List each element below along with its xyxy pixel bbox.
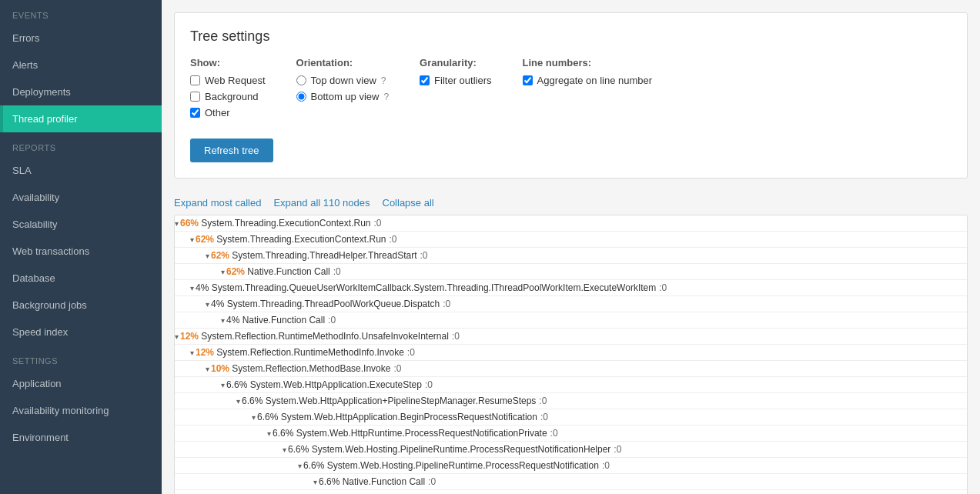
toggle-icon[interactable]: ▾ bbox=[298, 462, 302, 470]
reports-section-label: REPORTS bbox=[0, 132, 162, 157]
other-checkbox-item: Other bbox=[190, 107, 266, 118]
tree-controls: Expand most called Expand all 110 nodes … bbox=[162, 191, 980, 215]
bottom-up-help-icon[interactable]: ? bbox=[383, 92, 389, 102]
toggle-icon[interactable]: ▾ bbox=[313, 478, 317, 486]
percentage: 4% bbox=[211, 299, 224, 309]
node-count: :0 bbox=[407, 347, 415, 358]
sidebar-item-speed-index[interactable]: Speed index bbox=[0, 319, 162, 345]
sidebar-item-sla[interactable]: SLA bbox=[0, 157, 162, 184]
percentage: 62% bbox=[211, 250, 229, 261]
tree-row[interactable]: ▾ 3.1% System.Web.Hosting.PipelineRuntim… bbox=[175, 490, 967, 494]
tree-row[interactable]: ▾ 62% System.Threading.ThreadHelper.Thre… bbox=[175, 248, 967, 264]
tree-row[interactable]: ▾ 6.6% System.Web.HttpApplication+Pipeli… bbox=[175, 393, 967, 409]
percentage: 6.6% bbox=[288, 444, 309, 455]
bottom-up-radio-item: Bottom up view ? bbox=[296, 91, 390, 102]
show-label: Show: bbox=[190, 57, 266, 68]
tree-row[interactable]: ▾ 4% System.Threading.QueueUserWorkItemC… bbox=[175, 280, 967, 296]
node-count: :0 bbox=[333, 266, 341, 277]
node-count: :0 bbox=[602, 460, 610, 471]
tree-row[interactable]: ▾ 4% Native.Function Call :0 bbox=[175, 312, 967, 329]
percentage: 6.6% bbox=[303, 460, 324, 471]
toggle-icon[interactable]: ▾ bbox=[236, 397, 240, 406]
tree-settings-title: Tree settings bbox=[190, 28, 952, 45]
sidebar-item-availability-monitoring[interactable]: Availability monitoring bbox=[0, 397, 162, 424]
bottom-up-radio[interactable] bbox=[296, 92, 306, 102]
tree-row[interactable]: ▾ 66% System.Threading.ExecutionContext.… bbox=[175, 215, 967, 232]
sidebar-item-web-transactions[interactable]: Web transactions bbox=[0, 238, 162, 265]
sidebar-item-environment[interactable]: Environment bbox=[0, 424, 162, 451]
node-name: System.Web.HttpRuntime.ProcessRequestNot… bbox=[293, 428, 547, 439]
node-name: System.Web.Hosting.PipelineRuntime.Proce… bbox=[309, 444, 610, 455]
sidebar-item-scalability[interactable]: Scalability bbox=[0, 211, 162, 238]
node-name: System.Reflection.RuntimeMethodInfo.Invo… bbox=[214, 347, 404, 358]
node-count: :0 bbox=[420, 250, 427, 261]
tree-row[interactable]: ▾ 6.6% System.Web.HttpRuntime.ProcessReq… bbox=[175, 426, 967, 442]
granularity-group: Granularity: Filter outliers bbox=[420, 57, 491, 91]
sidebar-item-alerts[interactable]: Alerts bbox=[0, 52, 162, 78]
other-checkbox[interactable] bbox=[190, 108, 200, 118]
toggle-icon[interactable]: ▾ bbox=[221, 268, 225, 276]
tree-row[interactable]: ▾ 4% System.Threading.ThreadPoolWorkQueu… bbox=[175, 296, 967, 312]
toggle-icon[interactable]: ▾ bbox=[206, 365, 209, 373]
percentage: 66% bbox=[180, 218, 199, 229]
percentage: 10% bbox=[211, 363, 229, 374]
tree-row[interactable]: ▾ 62% Native.Function Call :0 bbox=[175, 264, 967, 280]
node-count: :0 bbox=[373, 218, 381, 229]
background-checkbox[interactable] bbox=[190, 92, 200, 102]
toggle-icon[interactable]: ▾ bbox=[283, 446, 286, 454]
tree-row[interactable]: ▾ 6.6% System.Web.Hosting.PipelineRuntim… bbox=[175, 458, 967, 474]
aggregate-line-label: Aggregate on line number bbox=[537, 75, 653, 86]
expand-all-link[interactable]: Expand all 110 nodes bbox=[273, 197, 370, 209]
sidebar-item-background-jobs[interactable]: Background jobs bbox=[0, 292, 162, 319]
node-name: Native.Function Call bbox=[245, 266, 330, 277]
filter-outliers-checkbox[interactable] bbox=[420, 75, 430, 85]
aggregate-line-checkbox[interactable] bbox=[523, 75, 533, 85]
toggle-icon[interactable]: ▾ bbox=[175, 219, 179, 228]
tree-row[interactable]: ▾ 6.6% System.Web.Hosting.PipelineRuntim… bbox=[175, 442, 967, 458]
orientation-group: Orientation: Top down view ? Bottom up v… bbox=[296, 57, 390, 107]
filter-outliers-item: Filter outliers bbox=[420, 75, 491, 86]
node-count: :0 bbox=[393, 363, 401, 374]
tree-row[interactable]: ▾ 12% System.Reflection.RuntimeMethodInf… bbox=[175, 329, 967, 345]
top-down-help-icon[interactable]: ? bbox=[381, 75, 386, 86]
tree-row[interactable]: ▾ 6.6% System.Web.HttpApplication.Execut… bbox=[175, 377, 967, 393]
top-down-radio[interactable] bbox=[296, 75, 306, 85]
node-name: System.Reflection.MethodBase.Invoke bbox=[229, 363, 390, 374]
toggle-icon[interactable]: ▾ bbox=[267, 429, 271, 438]
node-name: System.Threading.ThreadHelper.ThreadStar… bbox=[229, 250, 416, 261]
toggle-icon[interactable]: ▾ bbox=[190, 349, 194, 357]
web-request-checkbox-item: Web Request bbox=[190, 75, 266, 86]
toggle-icon[interactable]: ▾ bbox=[221, 381, 225, 389]
tree-row[interactable]: ▾ 12% System.Reflection.RuntimeMethodInf… bbox=[175, 345, 967, 361]
sidebar-item-errors[interactable]: Errors bbox=[0, 25, 162, 52]
percentage: 4% bbox=[196, 282, 209, 293]
node-name: System.Web.HttpApplication.BeginProcessR… bbox=[278, 412, 537, 422]
sidebar-item-application[interactable]: Application bbox=[0, 370, 162, 397]
web-request-checkbox[interactable] bbox=[190, 75, 200, 85]
node-count: :0 bbox=[540, 412, 548, 422]
toggle-icon[interactable]: ▾ bbox=[206, 300, 209, 309]
toggle-icon[interactable]: ▾ bbox=[190, 284, 194, 292]
sidebar-item-thread-profiler[interactable]: Thread profiler bbox=[0, 105, 162, 132]
node-name: System.Web.HttpApplication+PipelineStepM… bbox=[263, 396, 536, 406]
tree-row[interactable]: ▾ 62% System.Threading.ExecutionContext.… bbox=[175, 232, 967, 248]
tree-row[interactable]: ▾ 6.6% Native.Function Call :0 bbox=[175, 474, 967, 490]
sidebar-item-availability[interactable]: Availability bbox=[0, 184, 162, 211]
toggle-icon[interactable]: ▾ bbox=[175, 332, 179, 341]
tree-row[interactable]: ▾ 10% System.Reflection.MethodBase.Invok… bbox=[175, 361, 967, 377]
refresh-tree-button[interactable]: Refresh tree bbox=[190, 139, 273, 162]
toggle-icon[interactable]: ▾ bbox=[252, 413, 256, 422]
toggle-icon[interactable]: ▾ bbox=[206, 252, 209, 260]
sidebar-item-deployments[interactable]: Deployments bbox=[0, 78, 162, 105]
percentage: 6.6% bbox=[273, 428, 293, 439]
tree-row[interactable]: ▾ 6.6% System.Web.HttpApplication.BeginP… bbox=[175, 409, 967, 426]
collapse-all-link[interactable]: Collapse all bbox=[383, 197, 434, 209]
percentage: 12% bbox=[196, 347, 214, 358]
filter-outliers-label: Filter outliers bbox=[434, 75, 491, 86]
toggle-icon[interactable]: ▾ bbox=[190, 235, 194, 244]
percentage: 6.6% bbox=[319, 476, 339, 487]
expand-most-called-link[interactable]: Expand most called bbox=[174, 197, 261, 209]
sidebar-item-database[interactable]: Database bbox=[0, 265, 162, 292]
events-section-label: EVENTS bbox=[0, 0, 162, 25]
toggle-icon[interactable]: ▾ bbox=[221, 316, 225, 325]
